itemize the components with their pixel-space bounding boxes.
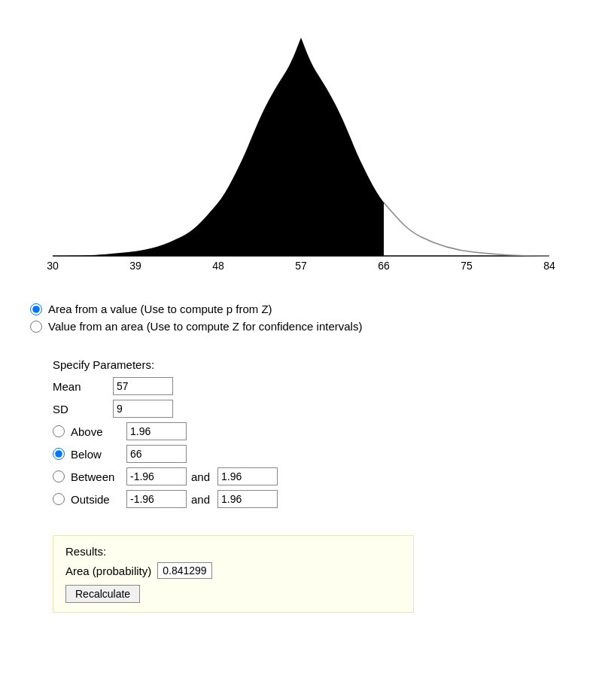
mean-label: Mean (53, 380, 113, 393)
below-label: Below (71, 448, 123, 461)
x-label-48: 48 (212, 260, 224, 272)
below-input[interactable] (126, 445, 187, 463)
x-label-75: 75 (461, 260, 473, 272)
results-section: Results: Area (probability) 0.841299 Rec… (53, 535, 414, 613)
outside-input1[interactable] (126, 490, 187, 508)
below-row: Below (53, 445, 549, 463)
radio-value-input[interactable] (30, 321, 42, 333)
normal-distribution-chart: 30 39 48 57 66 75 84 (30, 15, 572, 286)
outside-label: Outside (71, 493, 123, 506)
radio-value-label: Value from an area (Use to compute Z for… (48, 320, 362, 333)
params-section: Specify Parameters: Mean SD Above Below … (0, 346, 602, 525)
x-label-84: 84 (543, 260, 555, 272)
area-label: Area (probability) (65, 565, 151, 577)
between-input2[interactable] (217, 467, 278, 485)
sd-input[interactable] (113, 400, 173, 418)
area-value: 0.841299 (157, 562, 211, 579)
above-row: Above (53, 422, 549, 440)
x-label-30: 30 (47, 260, 59, 272)
x-label-39: 39 (129, 260, 141, 272)
mean-row: Mean (53, 377, 549, 395)
area-result-row: Area (probability) 0.841299 (65, 562, 401, 579)
curve-filled (53, 38, 549, 256)
between-label: Between (71, 470, 123, 483)
radio-value-from-area[interactable]: Value from an area (Use to compute Z for… (30, 320, 572, 333)
sd-label: SD (53, 403, 113, 415)
between-row: Between and (53, 467, 549, 485)
radio-area-label: Area from a value (Use to compute p from… (48, 303, 272, 315)
between-and: and (191, 470, 210, 483)
outside-and: and (191, 493, 210, 506)
above-label: Above (71, 425, 123, 438)
below-radio[interactable] (53, 448, 65, 460)
radio-area-from-value[interactable]: Area from a value (Use to compute p from… (30, 303, 572, 315)
outside-radio[interactable] (53, 493, 65, 505)
mean-input[interactable] (113, 377, 173, 395)
radio-area-input[interactable] (30, 303, 42, 315)
above-input[interactable] (126, 422, 187, 440)
x-label-66: 66 (378, 260, 390, 272)
between-input1[interactable] (126, 467, 187, 485)
sd-row: SD (53, 400, 549, 418)
params-title: Specify Parameters: (53, 358, 549, 371)
recalculate-button[interactable]: Recalculate (65, 585, 140, 603)
svg-rect-2 (384, 15, 572, 286)
radio-section: Area from a value (Use to compute p from… (0, 294, 602, 346)
outside-row: Outside and (53, 490, 549, 508)
results-title: Results: (65, 545, 401, 558)
x-label-57: 57 (295, 260, 307, 272)
chart-container: 30 39 48 57 66 75 84 (0, 0, 602, 294)
outside-input2[interactable] (217, 490, 278, 508)
above-radio[interactable] (53, 425, 65, 437)
between-radio[interactable] (53, 470, 65, 482)
